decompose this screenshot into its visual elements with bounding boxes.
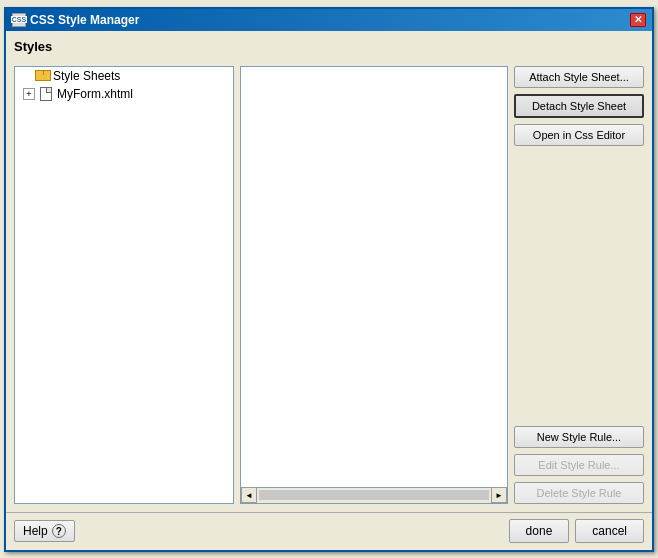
window-title: CSS Style Manager [30, 13, 139, 27]
title-bar-left: CSS CSS Style Manager [12, 13, 139, 27]
horizontal-scrollbar[interactable]: ◄ ► [241, 487, 507, 503]
main-content: Style Sheets + MyForm.xhtml ◄ ► [14, 66, 644, 504]
delete-style-rule-button: Delete Style Rule [514, 482, 644, 504]
help-button[interactable]: Help ? [14, 520, 75, 542]
tree-item-label: MyForm.xhtml [57, 87, 133, 101]
tree-item-myform[interactable]: + MyForm.xhtml [15, 85, 233, 103]
new-style-rule-button[interactable]: New Style Rule... [514, 426, 644, 448]
title-bar: CSS CSS Style Manager ✕ [6, 9, 652, 31]
main-window: CSS CSS Style Manager ✕ Styles Style She… [4, 7, 654, 552]
section-title: Styles [14, 39, 644, 54]
window-body: Styles Style Sheets + My [6, 31, 652, 512]
tree-expand-button[interactable]: + [23, 88, 35, 100]
window-icon: CSS [12, 13, 26, 27]
style-detail-panel: ◄ ► [240, 66, 508, 504]
close-button[interactable]: ✕ [630, 13, 646, 27]
action-buttons-panel: Attach Style Sheet... Detach Style Sheet… [514, 66, 644, 504]
style-tree-panel[interactable]: Style Sheets + MyForm.xhtml [14, 66, 234, 504]
attach-style-sheet-button[interactable]: Attach Style Sheet... [514, 66, 644, 88]
bottom-bar: Help ? done cancel [6, 512, 652, 550]
bottom-right-buttons: done cancel [509, 519, 644, 543]
tree-item-label: Style Sheets [53, 69, 120, 83]
cancel-button[interactable]: cancel [575, 519, 644, 543]
tree-item-stylesheets[interactable]: Style Sheets [15, 67, 233, 85]
open-in-css-editor-button[interactable]: Open in Css Editor [514, 124, 644, 146]
help-label: Help [23, 524, 48, 538]
file-icon [39, 87, 53, 101]
detail-scroll-area[interactable] [241, 67, 507, 487]
scroll-track[interactable] [259, 490, 489, 500]
button-spacer [514, 152, 644, 420]
detach-style-sheet-button[interactable]: Detach Style Sheet [514, 94, 644, 118]
edit-style-rule-button: Edit Style Rule... [514, 454, 644, 476]
scroll-right-button[interactable]: ► [491, 487, 507, 503]
folder-icon [35, 69, 49, 83]
help-icon: ? [52, 524, 66, 538]
done-button[interactable]: done [509, 519, 570, 543]
scroll-left-button[interactable]: ◄ [241, 487, 257, 503]
